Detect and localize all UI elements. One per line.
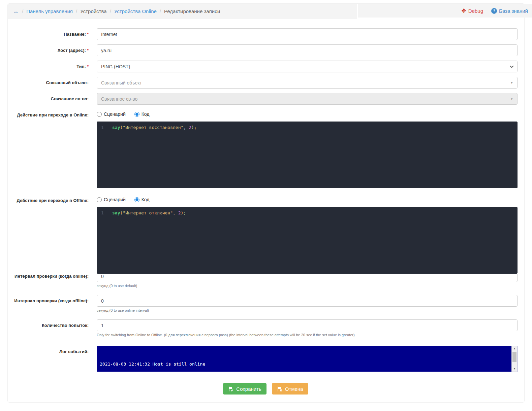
debug-arrows-icon: ✥	[462, 8, 466, 14]
breadcrumb-edit-record: Редактирование записи	[164, 8, 220, 14]
name-label: Название:*	[14, 28, 89, 40]
tries-hint: Only for switching from Online to Offlin…	[97, 333, 518, 337]
required-asterisk: *	[87, 64, 89, 69]
offline-scenario-radio-input[interactable]	[97, 197, 102, 202]
online-code-radio[interactable]: Код	[134, 111, 150, 117]
breadcrumb-devices: Устройства	[80, 8, 106, 14]
scroll-down-icon[interactable]: ▼	[512, 367, 517, 371]
event-log-text[interactable]: 2021-08-03 12:41:32 Host is still online…	[97, 346, 511, 372]
linked-object-row: Связанный объект: ▼	[14, 77, 518, 89]
form-body: Название:* Хост (адрес):* Тип:* PING (HO…	[8, 19, 524, 395]
breadcrumb-separator: /	[160, 8, 161, 14]
debug-label: Debug	[468, 8, 483, 14]
save-button[interactable]: Сохранить	[223, 383, 267, 395]
cancel-button[interactable]: Отмена	[272, 383, 308, 395]
offline-interval-hint: секунд (0 to use online interval)	[97, 308, 518, 312]
name-row: Название:*	[14, 28, 518, 40]
host-label: Хост (адрес):*	[14, 44, 89, 56]
host-input[interactable]	[97, 44, 518, 56]
online-code-editor[interactable]: 1 say("Интернет восстановлен", 2);	[97, 122, 518, 188]
edit-record-panel: ↔ / Панель управления / Устройства / Уст…	[7, 3, 525, 403]
breadcrumb: ↔ / Панель управления / Устройства / Уст…	[8, 4, 357, 19]
utility-bar: ✥ Debug ? База знаний	[358, 4, 532, 18]
type-select[interactable]: PING (HOST)	[97, 61, 518, 72]
offline-scenario-radio[interactable]: Сценарий	[97, 197, 126, 202]
online-action-mode: Сценарий Код	[97, 109, 518, 117]
linked-object-label: Связанный объект:	[14, 77, 89, 89]
breadcrumb-control-panel[interactable]: Панель управления	[26, 8, 73, 14]
offline-action-label: Действие при переходе в Offline:	[14, 195, 89, 274]
online-code-radio-input[interactable]	[134, 112, 139, 117]
line-number: 1	[97, 125, 108, 131]
log-scrollbar[interactable]: ▲ ▼	[511, 346, 517, 372]
scrollbar-thumb[interactable]	[512, 352, 517, 362]
swap-arrows-icon[interactable]: ↔	[13, 8, 19, 15]
linked-property-row: Связанное св-во: ▼	[14, 93, 518, 105]
offline-code-radio-input[interactable]	[134, 197, 139, 202]
offline-interval-label: Интервал проверки (когда offline):	[14, 295, 89, 312]
required-asterisk: *	[87, 48, 89, 53]
log-line: 2021-08-03 12:41:32 Host is still online	[100, 361, 509, 368]
tries-input[interactable]	[97, 319, 518, 331]
code-line: 1 say("Интернет восстановлен", 2);	[97, 125, 518, 131]
breadcrumb-separator: /	[22, 8, 23, 14]
offline-interval-row: Интервал проверки (когда offline): секун…	[14, 295, 518, 312]
online-action-row: Действие при переходе в Online: Сценарий…	[14, 109, 518, 188]
linked-object-input[interactable]	[97, 77, 518, 89]
knowledge-base-link[interactable]: ? База знаний	[491, 8, 528, 14]
online-scenario-radio[interactable]: Сценарий	[97, 111, 126, 117]
debug-link[interactable]: ✥ Debug	[462, 8, 483, 14]
cancel-flag-x-icon	[277, 386, 283, 392]
form-actions: Сохранить Отмена	[14, 383, 518, 395]
offline-action-row: Действие при переходе в Offline: Сценари…	[14, 195, 518, 274]
tries-label: Количество попыток:	[14, 319, 89, 337]
tries-row: Количество попыток: Only for switching f…	[14, 319, 518, 337]
event-log: 2021-08-03 12:41:32 Host is still online…	[97, 346, 518, 372]
code-line: 1 say("Интернет отключен", 2);	[97, 210, 518, 216]
offline-code-editor[interactable]: 1 say("Интернет отключен", 2);	[97, 207, 518, 274]
linked-property-input[interactable]	[97, 93, 518, 105]
type-row: Тип:* PING (HOST)	[14, 61, 518, 72]
offline-interval-input[interactable]	[97, 295, 518, 307]
question-circle-icon: ?	[491, 8, 497, 14]
online-interval-hint: секунд (0 to use default)	[97, 284, 518, 288]
log-label: Лог событий:	[14, 346, 89, 372]
knowledge-base-label: База знаний	[499, 8, 528, 14]
scroll-up-icon[interactable]: ▲	[512, 346, 517, 351]
type-label: Тип:*	[14, 61, 89, 72]
online-action-label: Действие при переходе в Online:	[14, 109, 89, 188]
log-row: Лог событий: 2021-08-03 12:41:32 Host is…	[14, 346, 518, 372]
breadcrumb-separator: /	[76, 8, 77, 14]
linked-property-label: Связанное св-во:	[14, 93, 89, 105]
host-row: Хост (адрес):*	[14, 44, 518, 56]
offline-code-radio[interactable]: Код	[134, 197, 150, 202]
name-input[interactable]	[97, 28, 518, 40]
line-number: 1	[97, 210, 108, 216]
breadcrumb-devices-online[interactable]: Устройства Online	[114, 8, 157, 14]
required-asterisk: *	[87, 32, 89, 37]
offline-action-mode: Сценарий Код	[97, 195, 518, 202]
online-scenario-radio-input[interactable]	[97, 112, 102, 117]
breadcrumb-separator: /	[110, 8, 111, 14]
save-flag-check-icon	[228, 386, 234, 392]
